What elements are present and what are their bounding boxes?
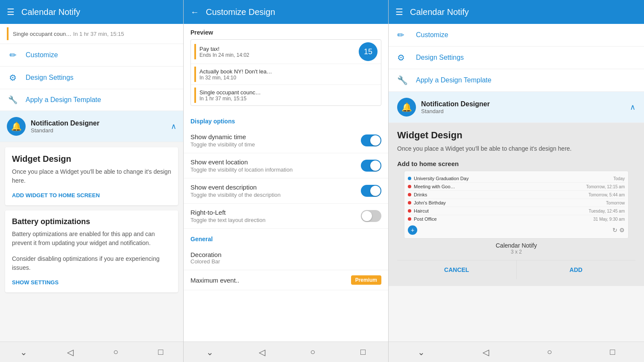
middle-nav-square[interactable]: □ xyxy=(360,347,366,357)
preview-notif-bar-3 xyxy=(194,88,196,103)
preview-label: Preview xyxy=(190,29,381,36)
option-show-event-description: Show event description Toggle the visibi… xyxy=(184,178,388,204)
middle-nav-down[interactable]: ⌄ xyxy=(206,347,214,357)
preview-notif-content-3: Single occupant counc… In 1 hr 37 min, 1… xyxy=(199,89,378,102)
left-notification-designer-item[interactable]: 🔔 Notification Designer Standard ∧ xyxy=(0,111,183,142)
left-nav-design-settings[interactable]: ⚙ Design Settings xyxy=(0,67,183,89)
left-nav-apply-template-label: Apply a Design Template xyxy=(26,96,101,104)
middle-nav-back[interactable]: ◁ xyxy=(259,347,265,357)
left-notif-orange-bar xyxy=(7,27,9,40)
general-header: General xyxy=(184,229,388,246)
widget-dot-1 xyxy=(408,185,411,188)
right-template-icon: 🔧 xyxy=(397,75,409,85)
left-menu-icon[interactable]: ☰ xyxy=(7,7,15,17)
widget-event-time-5: 31 May, 9:30 am xyxy=(593,217,625,222)
maximum-event-row: Maximum event.. Premium xyxy=(184,270,388,290)
left-nav-back[interactable]: ◁ xyxy=(67,347,73,357)
widget-event-time-2: Tomorrow, 5:44 am xyxy=(588,193,625,197)
left-nav-home[interactable]: ○ xyxy=(113,347,118,357)
widget-dot-3 xyxy=(408,201,411,204)
left-nav-design-settings-label: Design Settings xyxy=(26,74,73,82)
show-settings-button[interactable]: SHOW SETTINGS xyxy=(12,279,171,286)
widget-add-btn[interactable]: + xyxy=(408,225,417,235)
widget-controls: ↻ ⚙ xyxy=(612,227,625,234)
right-nav-home[interactable]: ○ xyxy=(547,347,552,357)
right-gear-icon: ⚙ xyxy=(397,53,409,63)
preview-notif-title-3: Single occupant counc… xyxy=(199,89,378,96)
middle-bottom-nav: ⌄ ◁ ○ □ xyxy=(184,342,388,362)
left-scroll-area: ✏ Customize ⚙ Design Settings 🔧 Apply a … xyxy=(0,44,183,342)
maximum-event-title: Maximum event.. xyxy=(190,277,351,284)
chevron-up-icon[interactable]: ∧ xyxy=(171,122,176,131)
preview-notif-bar-2 xyxy=(194,67,196,82)
left-app-title: Calendar Notify xyxy=(21,7,80,17)
widget-caption-size: 3 x 2 xyxy=(397,249,635,255)
add-widget-button[interactable]: ADD WIDGET TO HOME SCREEN xyxy=(12,192,171,199)
toggle-knob-rtl xyxy=(362,211,372,221)
widget-dot-4 xyxy=(408,209,411,213)
preview-notif-time-3: In 1 hr 37 min, 15:15 xyxy=(199,96,378,102)
middle-panel: ← Customize Design Preview Pay tax! Ends… xyxy=(184,0,389,362)
right-widget-preview: University Graduation Day Today Meeting … xyxy=(404,171,629,239)
toggle-show-event-description[interactable] xyxy=(361,185,381,197)
toggle-right-to-left[interactable] xyxy=(361,210,381,222)
option-description-subtitle: Toggle the visibility of the description xyxy=(190,192,361,198)
widget-caption-title: Calendar Notify xyxy=(397,242,635,249)
cancel-button[interactable]: CANCEL xyxy=(397,260,517,279)
calendar-icon: 15 xyxy=(364,47,372,56)
preview-notif-title-1: Pay tax! xyxy=(199,46,355,52)
right-nav-design-settings-label: Design Settings xyxy=(416,54,464,61)
left-notif-time: In 1 hr 37 min, 15:15 xyxy=(73,31,124,37)
widget-event-time-3: Tomorrow xyxy=(606,201,625,205)
right-top-bar: ☰ Calendar Notify xyxy=(389,0,644,24)
toggle-show-event-location[interactable] xyxy=(361,160,381,172)
left-battery-card: Battery optimizations Battery optimizati… xyxy=(5,210,178,292)
middle-title: Customize Design xyxy=(206,7,275,17)
toggle-knob-description xyxy=(370,186,381,196)
left-nav-apply-template[interactable]: 🔧 Apply a Design Template xyxy=(0,89,183,111)
preview-notif-title-2: Actually book NY! Don't lea… xyxy=(199,68,378,75)
right-active-label-block: Notification Designer Standard xyxy=(421,100,490,114)
toggle-show-dynamic-time[interactable] xyxy=(361,134,381,146)
gear-icon: ⚙ xyxy=(7,73,19,83)
right-notification-designer-item[interactable]: 🔔 Notification Designer Standard ∧ xyxy=(389,92,644,123)
left-nav-square[interactable]: □ xyxy=(158,347,163,357)
notification-preview: Pay tax! Ends In 24 min, 14:02 15 Actual… xyxy=(190,39,381,106)
right-app-title: Calendar Notify xyxy=(410,7,469,17)
right-menu-icon[interactable]: ☰ xyxy=(395,7,403,17)
preview-notif-icon: 15 xyxy=(359,42,378,61)
option-description-text: Show event description Toggle the visibi… xyxy=(190,184,361,198)
add-button[interactable]: ADD xyxy=(517,260,636,279)
left-nav-down[interactable]: ⌄ xyxy=(20,347,27,357)
toggle-knob-location xyxy=(370,161,381,171)
widget-dot-5 xyxy=(408,217,411,221)
right-nav-square[interactable]: □ xyxy=(610,347,615,357)
right-nav-customize[interactable]: ✏ Customize xyxy=(389,24,644,47)
middle-nav-home[interactable]: ○ xyxy=(310,347,315,357)
option-show-dynamic-time: Show dynamic time Toggle the visibility … xyxy=(184,128,388,153)
option-dynamic-time-title: Show dynamic time xyxy=(190,133,361,140)
option-location-title: Show event location xyxy=(190,158,361,166)
premium-badge[interactable]: Premium xyxy=(351,275,381,285)
right-nav-down[interactable]: ⌄ xyxy=(418,347,425,357)
middle-scroll-area: Preview Pay tax! Ends In 24 min, 14:02 1… xyxy=(184,24,388,342)
right-nav-back[interactable]: ◁ xyxy=(483,347,489,357)
right-nav-design-settings[interactable]: ⚙ Design Settings xyxy=(389,47,644,69)
widget-row-4: Haircut Tuesday, 12:45 am xyxy=(408,207,625,215)
customize-icon: ✏ xyxy=(7,50,19,60)
preview-notif-content-2: Actually book NY! Don't lea… In 32 min, … xyxy=(199,68,378,81)
decoration-row: Decoration Colored Bar xyxy=(184,246,388,270)
option-rtl-subtitle: Toggle the text layout direction xyxy=(190,217,361,223)
option-rtl-text: Right-to-Left Toggle the text layout dir… xyxy=(190,209,361,223)
left-widget-title: Widget Design xyxy=(12,154,171,164)
widget-row-1: Meeting with Goo… Tomorrow, 12:15 am xyxy=(408,183,625,191)
right-nav-apply-template[interactable]: 🔧 Apply a Design Template xyxy=(389,69,644,92)
widget-ctrl-settings[interactable]: ⚙ xyxy=(619,227,625,234)
widget-dot-0 xyxy=(408,177,411,180)
right-bottom-nav: ⌄ ◁ ○ □ xyxy=(389,342,644,362)
widget-ctrl-refresh[interactable]: ↻ xyxy=(612,227,618,234)
left-top-bar: ☰ Calendar Notify xyxy=(0,0,183,24)
left-nav-customize[interactable]: ✏ Customize xyxy=(0,44,183,67)
right-chevron-up-icon[interactable]: ∧ xyxy=(630,102,635,112)
middle-back-icon[interactable]: ← xyxy=(190,7,199,17)
